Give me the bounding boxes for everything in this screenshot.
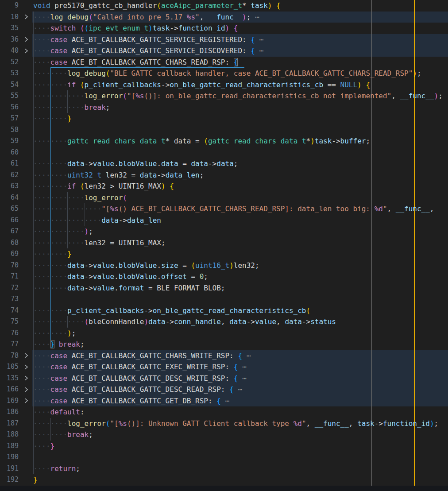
code-line[interactable]: 70········data->value.blobValue.size = (… xyxy=(0,260,448,271)
fold-chevron[interactable] xyxy=(21,350,31,362)
code-text[interactable]: ········} xyxy=(33,248,72,260)
code-text[interactable]: ············log_error("[%s()]: on_ble_ga… xyxy=(33,90,443,102)
code-line[interactable]: 190 xyxy=(0,452,448,463)
code-line[interactable]: 187········log_error("[%s()]: Unknown GA… xyxy=(0,418,448,429)
code-text[interactable]: ········if (len32 > UINT16_MAX) { xyxy=(33,181,174,192)
code-line[interactable]: 169····case ACE_BT_CALLBACK_GATTC_GET_DB… xyxy=(0,395,448,407)
line-number[interactable]: 36 xyxy=(0,34,19,46)
code-line[interactable]: 10····log_debug("Called into pre 5.17 %s… xyxy=(0,12,448,23)
code-line[interactable]: 192} xyxy=(0,474,448,486)
code-text[interactable]: ····case ACE_BT_CALLBACK_GATTC_GET_DB_RS… xyxy=(33,395,229,407)
code-text[interactable]: ········data->value.blobValue.offset = 0… xyxy=(33,271,208,282)
code-text[interactable]: ········data->value.blobValue.data = dat… xyxy=(33,158,238,170)
line-number[interactable]: 53 xyxy=(0,68,19,79)
line-number[interactable]: 55 xyxy=(0,90,19,102)
line-number[interactable]: 68 xyxy=(0,237,19,249)
line-number[interactable]: 73 xyxy=(0,294,19,305)
line-number[interactable]: 59 xyxy=(0,135,19,147)
code-text[interactable]: ············len32 = UINT16_MAX; xyxy=(33,237,166,249)
code-line[interactable]: 52····case ACE_BT_CALLBACK_GATTC_CHARS_R… xyxy=(0,57,448,68)
code-text[interactable]: ········if (p_client_callbacks->on_ble_g… xyxy=(33,79,370,91)
code-text[interactable]: ····switch ((ipc_evt_enum_t)task->functi… xyxy=(33,23,238,34)
code-line[interactable]: 191····return; xyxy=(0,463,448,475)
line-number[interactable]: 54 xyxy=(0,79,19,91)
line-number[interactable]: 35 xyxy=(0,23,19,34)
code-text[interactable]: ········data->value.format = BLE_FORMAT_… xyxy=(33,282,225,294)
code-text[interactable]: ····case ACE_BT_CALLBACK_GATTC_CHARS_REA… xyxy=(33,57,238,68)
code-line[interactable]: 67············); xyxy=(0,226,448,237)
code-text[interactable]: ····} break; xyxy=(33,339,85,350)
code-text[interactable]: ····} xyxy=(33,441,54,452)
code-line[interactable]: 74········p_client_callbacks->on_ble_gat… xyxy=(0,305,448,317)
code-text[interactable]: ········} xyxy=(33,113,72,124)
line-number[interactable]: 67 xyxy=(0,226,19,237)
fold-chevron[interactable] xyxy=(21,45,31,57)
code-line[interactable]: 166····case ACE_BT_CALLBACK_GATTC_DESC_R… xyxy=(0,384,448,395)
code-text[interactable]: ····case ACE_BT_CALLBACK_GATTC_DESC_WRIT… xyxy=(33,373,247,384)
line-number[interactable]: 70 xyxy=(0,260,19,271)
line-number[interactable]: 64 xyxy=(0,192,19,204)
code-line[interactable]: 71········data->value.blobValue.offset =… xyxy=(0,271,448,282)
line-number[interactable]: 72 xyxy=(0,282,19,294)
line-number[interactable]: 166 xyxy=(0,384,19,395)
line-number[interactable]: 188 xyxy=(0,429,19,441)
code-text[interactable]: ········break; xyxy=(33,429,93,441)
code-line[interactable]: 76········); xyxy=(0,328,448,339)
line-number[interactable]: 186 xyxy=(0,406,19,418)
code-line[interactable]: 69········} xyxy=(0,248,448,260)
code-line[interactable]: 65················"[%s() ACE_BT_CALLBACK… xyxy=(0,203,448,215)
code-text[interactable]: ········gattc_read_chars_data_t* data = … xyxy=(33,135,370,147)
line-number[interactable]: 65 xyxy=(0,203,19,215)
code-line[interactable]: 9void pre5170_gattc_cb_handler(aceAipc_p… xyxy=(0,0,448,12)
code-line[interactable]: 53········log_debug("BLE GATTC callback … xyxy=(0,68,448,79)
line-number[interactable]: 62 xyxy=(0,170,19,181)
line-number[interactable]: 169 xyxy=(0,395,19,407)
line-number[interactable]: 76 xyxy=(0,328,19,339)
code-line[interactable]: 55············log_error("[%s()]: on_ble_… xyxy=(0,90,448,102)
code-text[interactable]: ········uint32_t len32 = data->data_len; xyxy=(33,170,204,181)
code-text[interactable]: ················"[%s() ACE_BT_CALLBACK_G… xyxy=(33,203,434,215)
code-line[interactable]: 64············log_error( xyxy=(0,192,448,204)
fold-chevron[interactable] xyxy=(21,373,31,384)
code-line[interactable]: 189····} xyxy=(0,441,448,452)
code-line[interactable]: 68············len32 = UINT16_MAX; xyxy=(0,237,448,249)
code-text[interactable]: ····case ACE_BT_CALLBACK_GATTC_EXEC_WRIT… xyxy=(33,361,247,373)
fold-chevron[interactable] xyxy=(21,395,31,407)
line-number[interactable]: 56 xyxy=(0,102,19,113)
fold-chevron[interactable] xyxy=(21,384,31,395)
code-line[interactable]: 105····case ACE_BT_CALLBACK_GATTC_EXEC_W… xyxy=(0,361,448,373)
code-line[interactable]: 77····} break; xyxy=(0,339,448,350)
line-number[interactable]: 9 xyxy=(0,0,19,12)
code-line[interactable]: 63········if (len32 > UINT16_MAX) { xyxy=(0,181,448,192)
code-line[interactable]: 61········data->value.blobValue.data = d… xyxy=(0,158,448,170)
code-line[interactable]: 72········data->value.format = BLE_FORMA… xyxy=(0,282,448,294)
code-area[interactable]: 9void pre5170_gattc_cb_handler(aceAipc_p… xyxy=(0,0,448,491)
line-number[interactable]: 74 xyxy=(0,305,19,317)
code-text[interactable]: ············break; xyxy=(33,102,110,113)
line-number[interactable]: 77 xyxy=(0,339,19,350)
code-text[interactable]: ················data->data_len xyxy=(33,215,161,226)
code-line[interactable]: 60 xyxy=(0,147,448,159)
code-line[interactable]: 62········uint32_t len32 = data->data_le… xyxy=(0,170,448,181)
code-line[interactable]: 135····case ACE_BT_CALLBACK_GATTC_DESC_W… xyxy=(0,373,448,384)
code-line[interactable]: 36····case ACE_BT_CALLBACK_GATTC_SERVICE… xyxy=(0,34,448,46)
code-text[interactable]: } xyxy=(33,474,38,486)
code-line[interactable]: 78····case ACE_BT_CALLBACK_GATTC_CHARS_W… xyxy=(0,350,448,362)
line-number[interactable]: 63 xyxy=(0,181,19,192)
code-text[interactable]: ············(bleConnHandle)data->conn_ha… xyxy=(33,316,336,328)
code-line[interactable]: 59········gattc_read_chars_data_t* data … xyxy=(0,135,448,147)
code-text[interactable]: ········p_client_callbacks->on_ble_gattc… xyxy=(33,305,310,317)
code-text[interactable]: ····case ACE_BT_CALLBACK_GATTC_SERVICE_R… xyxy=(33,34,263,46)
code-line[interactable]: 35····switch ((ipc_evt_enum_t)task->func… xyxy=(0,23,448,34)
code-line[interactable]: 66················data->data_len xyxy=(0,215,448,226)
line-number[interactable]: 78 xyxy=(0,350,19,362)
line-number[interactable]: 52 xyxy=(0,57,19,68)
code-text[interactable]: ········data->value.blobValue.size = (ui… xyxy=(33,260,259,271)
code-line[interactable]: 73 xyxy=(0,294,448,305)
line-number[interactable]: 66 xyxy=(0,215,19,226)
code-text[interactable]: ····log_debug("Called into pre 5.17 %s",… xyxy=(33,12,259,23)
line-number[interactable]: 191 xyxy=(0,463,19,475)
code-line[interactable]: 56············break; xyxy=(0,102,448,113)
code-text[interactable]: ····case ACE_BT_CALLBACK_GATTC_SERVICE_D… xyxy=(33,45,263,57)
code-text[interactable]: ············); xyxy=(33,226,93,237)
